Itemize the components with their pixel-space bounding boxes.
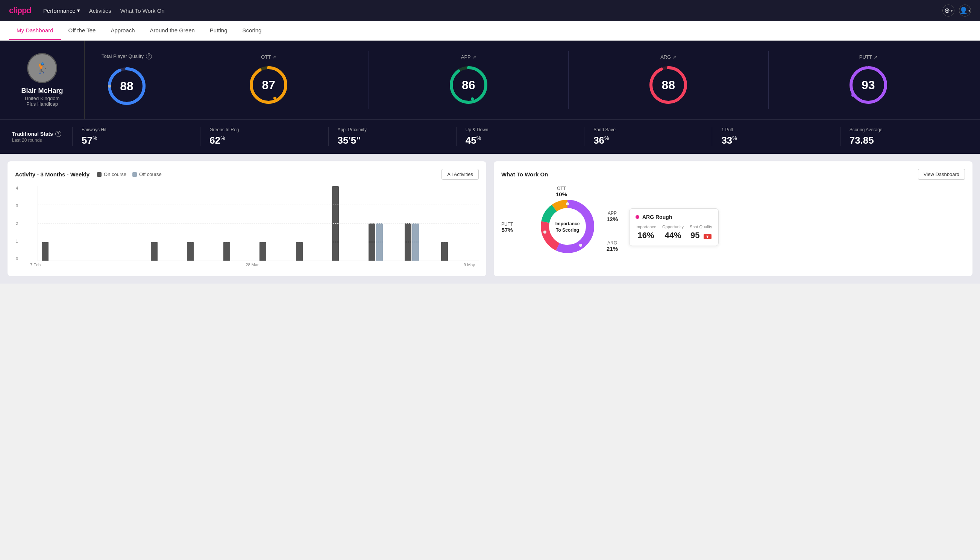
score-app-label: APP ↗ xyxy=(461,54,476,60)
tab-putting[interactable]: Putting xyxy=(202,21,235,40)
svg-point-21 xyxy=(543,230,546,233)
stat-scoring-average: Scoring Average 73.85 xyxy=(840,127,968,146)
y-label-2: 2 xyxy=(16,221,18,226)
bar-group-6 xyxy=(223,242,258,261)
activity-chart-panel: Activity - 3 Months - Weekly On course O… xyxy=(8,161,486,276)
score-putt-label: PUTT ↗ xyxy=(859,54,877,60)
bar-group-4 xyxy=(151,242,185,261)
player-info: 🏌️ Blair McHarg United Kingdom Plus Hand… xyxy=(12,53,72,107)
y-label-3: 3 xyxy=(16,203,18,208)
info-card-title: ARG Rough xyxy=(636,214,712,220)
tab-approach[interactable]: Approach xyxy=(103,21,142,40)
stat-greens-in-reg: Greens In Reg 62% xyxy=(200,127,328,146)
trad-help-icon[interactable]: ? xyxy=(55,131,61,137)
bar-1-dark xyxy=(42,242,48,261)
wtwon-panel-header: What To Work On View Dashboard xyxy=(501,169,965,180)
score-putt: PUTT ↗ 93 xyxy=(769,51,968,109)
donut-center: ImportanceTo Scoring xyxy=(556,221,580,233)
add-button[interactable]: ⊕ ▾ xyxy=(942,5,954,17)
chart-container: 4 3 2 1 0 xyxy=(26,186,479,261)
putt-arrow-icon: ↗ xyxy=(874,55,877,60)
stat-1-putt: 1 Putt 33% xyxy=(712,127,840,146)
bar-7-dark xyxy=(260,242,266,261)
player-country: United Kingdom xyxy=(25,95,60,101)
ott-circle: 87 xyxy=(248,64,289,106)
stat-sand-save: Sand Save 36% xyxy=(584,127,712,146)
help-icon[interactable]: ? xyxy=(146,53,152,59)
trad-stats-period: Last 20 rounds xyxy=(12,138,72,143)
app-value: 86 xyxy=(462,78,475,92)
hero-section: 🏌️ Blair McHarg United Kingdom Plus Hand… xyxy=(0,41,980,119)
plus-icon: ⊕ xyxy=(944,7,950,15)
x-axis-labels: 7 Feb 28 Mar 9 May xyxy=(26,261,479,267)
svg-point-22 xyxy=(579,244,582,247)
app-logo[interactable]: clippd xyxy=(9,6,31,15)
bottom-panels: Activity - 3 Months - Weekly On course O… xyxy=(0,154,980,283)
score-app: APP ↗ 86 xyxy=(369,51,569,109)
user-dropdown-arrow: ▾ xyxy=(968,8,971,13)
info-card-metrics: Importance 16% Opportunity 44% Shot Qual… xyxy=(636,225,712,240)
svg-point-14 xyxy=(851,93,854,97)
y-label-0: 0 xyxy=(16,257,18,261)
wtwon-panel-title: What To Work On xyxy=(501,171,548,178)
tab-bar: My Dashboard Off the Tee Approach Around… xyxy=(0,21,980,41)
y-axis: 4 3 2 1 0 xyxy=(16,186,18,261)
divider xyxy=(84,41,85,119)
total-pq: Total Player Quality ? 88 xyxy=(97,53,157,107)
legend-on-course: On course xyxy=(97,172,126,177)
trad-stats-label: Traditional Stats ? Last 20 rounds xyxy=(12,131,72,143)
donut-section: PUTT 57% OTT 10% APP 12% ARG 21% xyxy=(501,186,965,268)
on-course-dot xyxy=(97,172,101,177)
arg-arrow-icon: ↗ xyxy=(672,55,676,60)
arg-circle: 88 xyxy=(647,64,689,106)
y-label-4: 4 xyxy=(16,186,18,190)
traditional-stats-bar: Traditional Stats ? Last 20 rounds Fairw… xyxy=(0,119,980,154)
all-activities-button[interactable]: All Activities xyxy=(441,169,479,180)
nav-links: Performance ▾ Activities What To Work On xyxy=(43,7,930,14)
score-ott: OTT ↗ 87 xyxy=(169,51,369,109)
tab-scoring[interactable]: Scoring xyxy=(235,21,269,40)
user-button[interactable]: 👤 ▾ xyxy=(959,5,971,17)
grid-line-3 xyxy=(38,205,479,205)
tab-around-the-green[interactable]: Around the Green xyxy=(143,21,202,40)
what-to-work-on-panel: What To Work On View Dashboard PUTT 57% … xyxy=(494,161,972,276)
putt-circle: 93 xyxy=(848,64,889,106)
off-course-dot xyxy=(132,172,137,177)
x-label-feb: 7 Feb xyxy=(30,263,41,267)
view-dashboard-button[interactable]: View Dashboard xyxy=(918,169,965,180)
grid-line-2 xyxy=(38,223,479,224)
legend-off-course: Off course xyxy=(132,172,162,177)
donut-label-arg: ARG 21% xyxy=(607,240,618,252)
player-handicap: Plus Handicap xyxy=(26,101,58,107)
nav-performance[interactable]: Performance ▾ xyxy=(43,7,80,14)
nav-activities[interactable]: Activities xyxy=(89,7,111,14)
x-label-may: 9 May xyxy=(464,263,475,267)
donut-chart-container: PUTT 57% OTT 10% APP 12% ARG 21% xyxy=(501,186,622,268)
scores-container: OTT ↗ 87 APP ↗ xyxy=(169,51,968,109)
tab-my-dashboard[interactable]: My Dashboard xyxy=(9,21,61,40)
app-arrow-icon: ↗ xyxy=(473,55,476,60)
bar-6-dark xyxy=(223,242,230,261)
pink-dot-icon xyxy=(636,215,639,219)
svg-point-20 xyxy=(566,202,569,205)
red-flag-icon: ▼ xyxy=(704,234,712,239)
total-pq-label: Total Player Quality ? xyxy=(101,53,152,59)
chevron-down-icon: ▾ xyxy=(77,7,80,14)
grid-line-1 xyxy=(38,242,479,242)
app-circle: 86 xyxy=(448,64,489,106)
y-label-1: 1 xyxy=(16,239,18,243)
avatar-image: 🏌️ xyxy=(36,62,49,75)
total-pq-value: 88 xyxy=(120,79,133,93)
ott-arrow-icon: ↗ xyxy=(272,55,276,60)
grid-line-4 xyxy=(38,186,479,186)
tab-off-the-tee[interactable]: Off the Tee xyxy=(61,21,103,40)
donut-label-ott: OTT 10% xyxy=(556,186,567,197)
score-arg-label: ARG ↗ xyxy=(661,54,676,60)
arg-value: 88 xyxy=(662,78,675,92)
chart-area xyxy=(38,186,479,261)
activity-panel-title: Activity - 3 Months - Weekly xyxy=(15,171,90,178)
donut-svg-wrap: ImportanceTo Scoring xyxy=(537,196,597,258)
bar-group-7 xyxy=(260,242,294,261)
nav-what-to-work-on[interactable]: What To Work On xyxy=(120,7,165,14)
user-icon: 👤 xyxy=(959,7,968,15)
